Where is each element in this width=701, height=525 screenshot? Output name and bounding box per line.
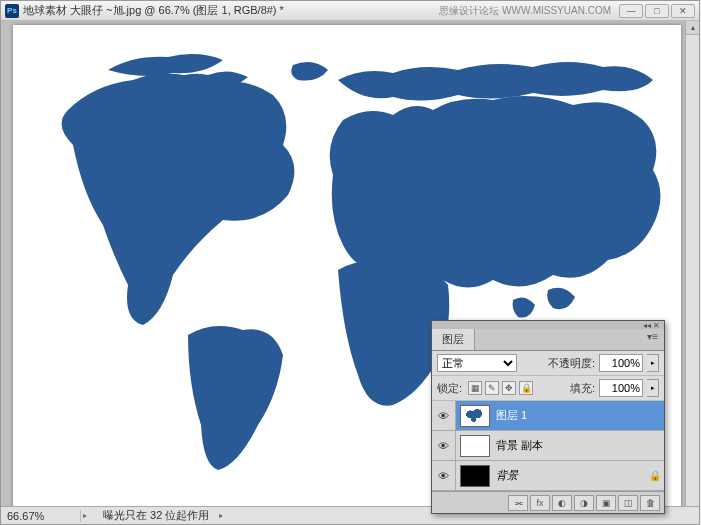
fx-icon[interactable]: fx bbox=[530, 495, 550, 511]
delete-layer-icon[interactable]: 🗑 bbox=[640, 495, 660, 511]
lock-transparency-icon[interactable]: ▦ bbox=[468, 381, 482, 395]
new-layer-icon[interactable]: ◫ bbox=[618, 495, 638, 511]
blend-row: 正常 不透明度: ▸ bbox=[432, 351, 664, 376]
panel-tabs: 图层 ▾≡ bbox=[432, 329, 664, 351]
layer-thumbnail[interactable] bbox=[460, 405, 490, 427]
fill-input[interactable] bbox=[599, 379, 643, 397]
group-icon[interactable]: ▣ bbox=[596, 495, 616, 511]
panel-menu-icon[interactable]: ▾≡ bbox=[641, 329, 664, 350]
lock-label: 锁定: bbox=[437, 381, 462, 396]
panel-footer: ⫘ fx ◐ ◑ ▣ ◫ 🗑 bbox=[432, 491, 664, 513]
watermark-text: 思缘设计论坛 WWW.MISSYUAN.COM bbox=[439, 4, 611, 18]
opacity-label: 不透明度: bbox=[548, 356, 595, 371]
lock-row: 锁定: ▦ ✎ ✥ 🔒 填充: ▸ bbox=[432, 376, 664, 401]
opacity-slider-icon[interactable]: ▸ bbox=[647, 354, 659, 372]
layer-thumbnail[interactable] bbox=[460, 435, 490, 457]
layer-name[interactable]: 背景 副本 bbox=[494, 438, 664, 453]
expand-icon[interactable]: ▸ bbox=[83, 511, 95, 520]
minimize-button[interactable]: — bbox=[619, 4, 643, 18]
zoom-field[interactable]: 66.67% bbox=[1, 510, 81, 522]
window-controls: — □ ✕ bbox=[619, 4, 695, 18]
layers-panel: ◂◂ ✕ 图层 ▾≡ 正常 不透明度: ▸ 锁定: ▦ ✎ ✥ 🔒 填充: ▸ … bbox=[431, 320, 665, 514]
titlebar: Ps 地球素材 大眼仔 ~旭.jpg @ 66.7% (图层 1, RGB/8#… bbox=[1, 1, 699, 21]
blend-mode-select[interactable]: 正常 bbox=[437, 354, 517, 372]
visibility-toggle-icon[interactable]: 👁 bbox=[432, 401, 456, 430]
fill-slider-icon[interactable]: ▸ bbox=[647, 379, 659, 397]
visibility-toggle-icon[interactable]: 👁 bbox=[432, 431, 456, 460]
layer-thumbnail[interactable] bbox=[460, 465, 490, 487]
tab-layers[interactable]: 图层 bbox=[432, 329, 475, 350]
app-icon: Ps bbox=[5, 4, 19, 18]
lock-pixels-icon[interactable]: ✎ bbox=[485, 381, 499, 395]
fill-label: 填充: bbox=[570, 381, 595, 396]
link-layers-icon[interactable]: ⫘ bbox=[508, 495, 528, 511]
scroll-up-icon[interactable]: ▴ bbox=[686, 21, 699, 35]
lock-buttons: ▦ ✎ ✥ 🔒 bbox=[468, 381, 533, 395]
lock-all-icon[interactable]: 🔒 bbox=[519, 381, 533, 395]
status-info: 曝光只在 32 位起作用 bbox=[95, 508, 217, 523]
visibility-toggle-icon[interactable]: 👁 bbox=[432, 461, 456, 490]
panel-drag-bar[interactable]: ◂◂ ✕ bbox=[432, 321, 664, 329]
lock-position-icon[interactable]: ✥ bbox=[502, 381, 516, 395]
info-menu-icon[interactable]: ▸ bbox=[219, 511, 231, 520]
layer-name[interactable]: 图层 1 bbox=[494, 408, 664, 423]
layer-item[interactable]: 👁 背景 🔒 bbox=[432, 461, 664, 491]
layers-list: 👁 图层 1 👁 背景 副本 👁 背景 🔒 bbox=[432, 401, 664, 491]
maximize-button[interactable]: □ bbox=[645, 4, 669, 18]
layer-item[interactable]: 👁 图层 1 bbox=[432, 401, 664, 431]
layer-name[interactable]: 背景 bbox=[494, 468, 646, 483]
mask-icon[interactable]: ◐ bbox=[552, 495, 572, 511]
close-button[interactable]: ✕ bbox=[671, 4, 695, 18]
adjustment-icon[interactable]: ◑ bbox=[574, 495, 594, 511]
layer-item[interactable]: 👁 背景 副本 bbox=[432, 431, 664, 461]
opacity-input[interactable] bbox=[599, 354, 643, 372]
document-title: 地球素材 大眼仔 ~旭.jpg @ 66.7% (图层 1, RGB/8#) * bbox=[23, 3, 284, 18]
vertical-scrollbar[interactable]: ▴ bbox=[685, 21, 699, 506]
lock-indicator-icon: 🔒 bbox=[646, 470, 664, 481]
